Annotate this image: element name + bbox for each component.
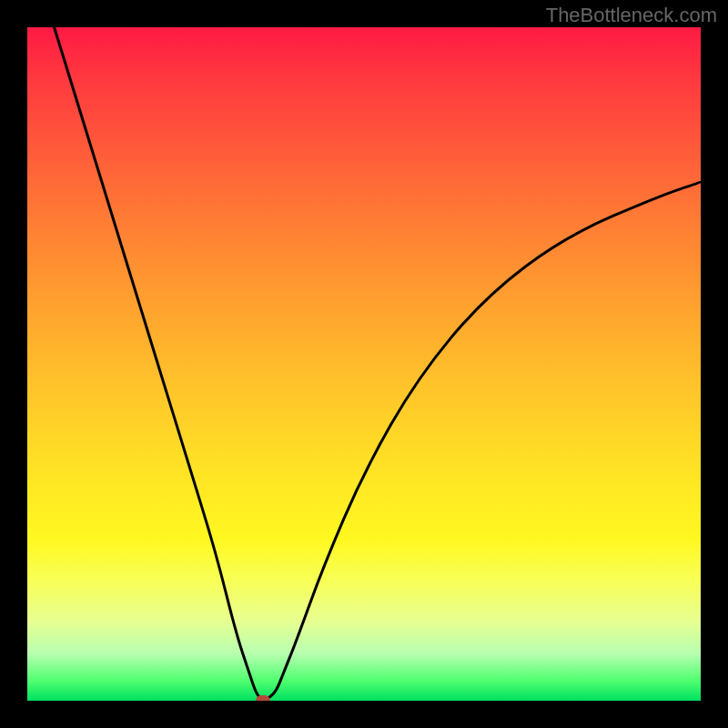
plot-area [27, 27, 701, 701]
bottleneck-curve-path [55, 27, 701, 700]
watermark-label: TheBottleneck.com [546, 4, 717, 27]
chart-frame: TheBottleneck.com [0, 0, 728, 728]
curve-svg [27, 27, 701, 701]
minimum-marker [256, 695, 270, 701]
